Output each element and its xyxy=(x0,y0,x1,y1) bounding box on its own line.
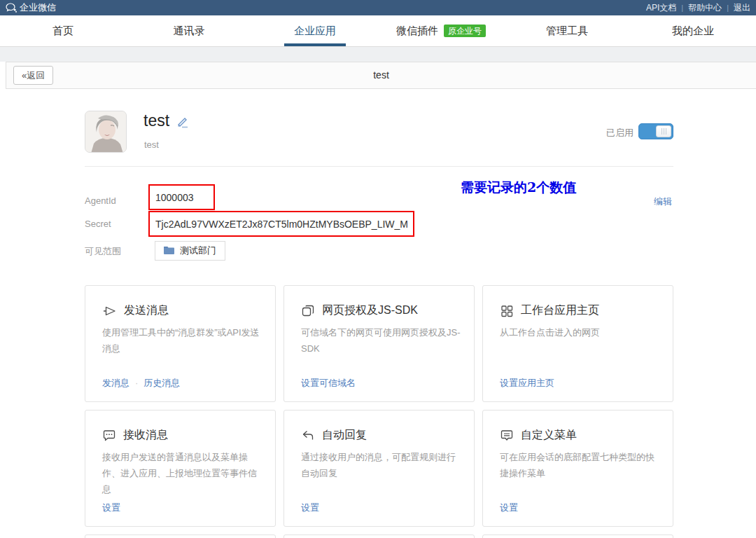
card-description: 可信域名下的网页可使用网页授权及JS-SDK xyxy=(301,325,461,357)
card-auto-reply: 自动回复 通过接收用户的消息，可配置规则进行自动回复 设置 xyxy=(284,410,475,527)
help-center-link[interactable]: 帮助中心 xyxy=(688,2,722,14)
page-subheader: «返回 test xyxy=(6,62,756,89)
secret-highlight-box: Tjc2AdL97VWXzET2Jx87CT5lm0HZtMYBsOEBP_LI… xyxy=(148,211,414,237)
card-description: 接收用户发送的普通消息以及菜单操作、进入应用、上报地理位置等事件信息 xyxy=(102,450,262,497)
web-auth-jssdk-icon xyxy=(301,304,315,318)
annotation-note: 需要记录的2个数值 xyxy=(461,179,576,197)
card-title: 工作台应用主页 xyxy=(521,303,599,318)
card-custom-menu: 自定义菜单 可在应用会话的底部配置七种类型的快捷操作菜单 设置 xyxy=(482,410,673,527)
nav-my-company[interactable]: 我的企业 xyxy=(630,15,756,46)
visible-scope-label: 可见范围 xyxy=(85,245,121,258)
legacy-account-badge: 原企业号 xyxy=(444,25,486,37)
card-workbench-home: 工作台应用主页 从工作台点击进入的网页 设置应用主页 xyxy=(482,285,673,402)
edit-link[interactable]: 编辑 xyxy=(654,195,672,208)
page-gap-band xyxy=(0,47,756,62)
app-name: test xyxy=(144,111,169,130)
section-divider xyxy=(85,166,673,167)
settings-link[interactable]: 设置 xyxy=(102,502,120,513)
toggle-knob xyxy=(656,125,671,137)
card-web-auth-jssdk: 网页授权及JS-SDK 可信域名下的网页可使用网页授权及JS-SDK 设置可信域… xyxy=(284,285,475,402)
card-description: 使用管理工具中的“消息群发”或API发送消息 xyxy=(102,325,262,357)
status-label: 已启用 xyxy=(606,127,634,139)
secret-label: Secret xyxy=(85,219,111,229)
nav-enterprise-apps[interactable]: 企业应用 xyxy=(252,15,378,46)
custom-menu-icon xyxy=(500,429,514,443)
secret-value: Tjc2AdL97VWXzET2Jx87CT5lm0HZtMYBsOEBP_LI… xyxy=(150,219,408,230)
set-app-homepage-link[interactable]: 设置应用主页 xyxy=(500,378,554,388)
card-description: 从工作台点击进入的网页 xyxy=(500,325,659,341)
settings-link[interactable]: 设置 xyxy=(500,502,518,513)
nav-wechat-plugin[interactable]: 微信插件 原企业号 xyxy=(378,15,504,46)
settings-link[interactable]: 设置 xyxy=(301,502,319,513)
scope-department-tag[interactable]: 测试部门 xyxy=(155,241,225,261)
workbench-home-icon xyxy=(500,304,514,318)
card-receive-message: 接收消息 接收用户发送的普通消息以及菜单操作、进入应用、上报地理位置等事件信息 … xyxy=(85,410,276,527)
logout-link[interactable]: 退出 xyxy=(734,2,750,14)
topbar-separator: | xyxy=(727,4,729,12)
card-title: 自动回复 xyxy=(322,428,367,443)
app-avatar xyxy=(85,111,127,153)
app-logo: 企业微信 xyxy=(6,1,56,14)
nav-contacts[interactable]: 通讯录 xyxy=(126,15,252,46)
enabled-toggle[interactable] xyxy=(638,123,673,139)
receive-message-icon xyxy=(102,429,116,443)
nav-home[interactable]: 首页 xyxy=(0,15,126,46)
card-title: 网页授权及JS-SDK xyxy=(322,303,418,318)
app-description: test xyxy=(144,139,159,150)
auto-reply-icon xyxy=(301,429,315,443)
nav-admin-tools[interactable]: 管理工具 xyxy=(504,15,630,46)
set-trusted-domain-link[interactable]: 设置可信域名 xyxy=(301,378,356,388)
card-title: 自定义菜单 xyxy=(521,428,577,443)
card-partial xyxy=(482,534,673,538)
link-separator: · xyxy=(135,378,138,388)
send-message-link[interactable]: 发消息 xyxy=(102,378,130,388)
card-partial xyxy=(85,534,276,538)
card-send-message: 发送消息 使用管理工具中的“消息群发”或API发送消息 发消息·历史消息 xyxy=(85,285,276,402)
logo-text: 企业微信 xyxy=(20,1,56,14)
card-description: 通过接收用户的消息，可配置规则进行自动回复 xyxy=(301,450,461,482)
history-message-link[interactable]: 历史消息 xyxy=(144,378,180,388)
api-doc-link[interactable]: API文档 xyxy=(646,2,676,14)
scope-department-name: 测试部门 xyxy=(180,244,216,257)
card-partial xyxy=(284,534,475,538)
topbar-separator: | xyxy=(681,4,683,12)
agentid-label: AgentId xyxy=(85,195,116,206)
page-title: test xyxy=(6,62,756,88)
card-title: 发送消息 xyxy=(124,303,169,318)
edit-name-pencil-icon[interactable] xyxy=(177,117,190,131)
card-title: 接收消息 xyxy=(123,428,168,443)
card-description: 可在应用会话的底部配置七种类型的快捷操作菜单 xyxy=(500,450,659,482)
main-nav: 首页 通讯录 企业应用 微信插件 原企业号 管理工具 我的企业 xyxy=(0,15,756,47)
agentid-highlight-box: 1000003 xyxy=(148,184,215,210)
agentid-value: 1000003 xyxy=(150,192,194,203)
wework-bubble-icon xyxy=(6,3,17,13)
top-bar: 企业微信 API文档 | 帮助中心 | 退出 xyxy=(0,0,756,15)
send-message-icon xyxy=(102,304,117,318)
folder-icon xyxy=(164,246,174,256)
